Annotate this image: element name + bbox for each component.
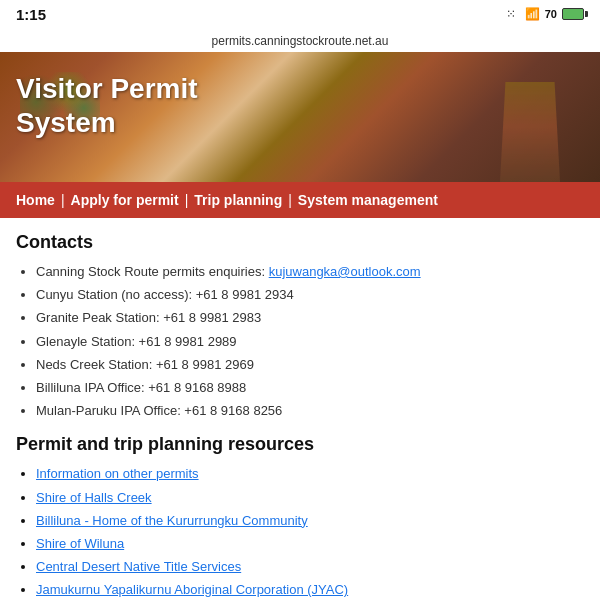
wifi-icon: 📶 [525,7,540,21]
nav-home[interactable]: Home [16,192,55,208]
status-bar: 1:15 ⁙ 📶 70 [0,0,600,28]
contact-item-6: Mulan-Paruku IPA Office: +61 8 9168 8256 [36,402,584,420]
contacts-heading: Contacts [16,232,584,253]
resource-item-3: Shire of Wiluna [36,535,584,553]
resource-link-4[interactable]: Central Desert Native Title Services [36,559,241,574]
url-text: permits.canningstockroute.net.au [212,34,389,48]
contact-item-2: Granite Peak Station: +61 8 9981 2983 [36,309,584,327]
resource-link-3[interactable]: Shire of Wiluna [36,536,124,551]
main-content: Contacts Canning Stock Route permits enq… [0,218,600,600]
nav-bar: Home | Apply for permit | Trip planning … [0,182,600,218]
nav-sep-3: | [288,192,292,208]
resource-item-0: Information on other permits [36,465,584,483]
nav-trip-planning[interactable]: Trip planning [194,192,282,208]
contact-email-link[interactable]: kujuwangka@outlook.com [269,264,421,279]
nav-sep-1: | [61,192,65,208]
contact-item-0: Canning Stock Route permits enquiries: k… [36,263,584,281]
resource-link-1[interactable]: Shire of Halls Creek [36,490,152,505]
resource-item-5: Jamukurnu Yapalikurnu Aboriginal Corpora… [36,581,584,599]
contact-item-1: Cunyu Station (no access): +61 8 9981 29… [36,286,584,304]
url-bar[interactable]: permits.canningstockroute.net.au [0,28,600,52]
nav-sep-2: | [185,192,189,208]
nav-apply-for-permit[interactable]: Apply for permit [71,192,179,208]
status-icons: ⁙ 📶 70 [506,7,584,21]
resources-list: Information on other permits Shire of Ha… [16,465,584,599]
contact-item-4: Neds Creek Station: +61 8 9981 2969 [36,356,584,374]
resource-link-5[interactable]: Jamukurnu Yapalikurnu Aboriginal Corpora… [36,582,348,597]
resource-item-4: Central Desert Native Title Services [36,558,584,576]
contact-item-3: Glenayle Station: +61 8 9981 2989 [36,333,584,351]
resources-heading: Permit and trip planning resources [16,434,584,455]
contact-item-5: Billiluna IPA Office: +61 8 9168 8988 [36,379,584,397]
resource-link-2[interactable]: Billiluna - Home of the Kururrungku Comm… [36,513,308,528]
nav-system-management[interactable]: System management [298,192,438,208]
status-time: 1:15 [16,6,46,23]
signal-icon: ⁙ [506,7,520,21]
contacts-list: Canning Stock Route permits enquiries: k… [16,263,584,420]
battery-icon [562,8,584,20]
resource-item-1: Shire of Halls Creek [36,489,584,507]
hero-title: Visitor Permit System [16,72,198,139]
resource-item-2: Billiluna - Home of the Kururrungku Comm… [36,512,584,530]
hero-banner: Visitor Permit System [0,52,600,182]
battery-level-text: 70 [545,8,557,20]
resource-link-0[interactable]: Information on other permits [36,466,199,481]
